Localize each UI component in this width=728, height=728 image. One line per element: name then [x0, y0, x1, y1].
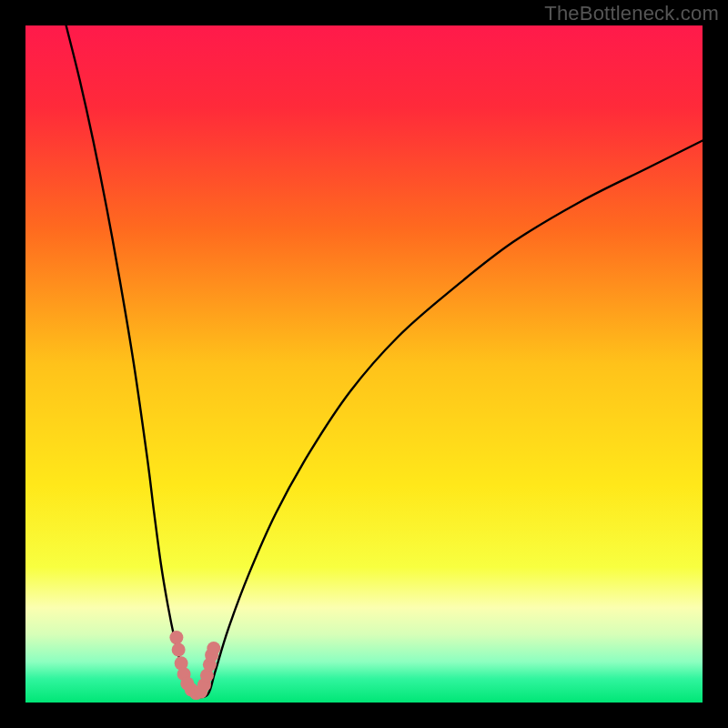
bottleneck-chart	[25, 25, 703, 703]
highlight-dot	[169, 631, 183, 644]
highlight-dot	[172, 642, 186, 656]
watermark-label: TheBottleneck.com	[544, 2, 719, 25]
plot-area	[25, 25, 703, 703]
chart-frame: TheBottleneck.com	[0, 0, 728, 728]
highlight-dot	[207, 642, 220, 655]
gradient-background	[25, 25, 703, 703]
